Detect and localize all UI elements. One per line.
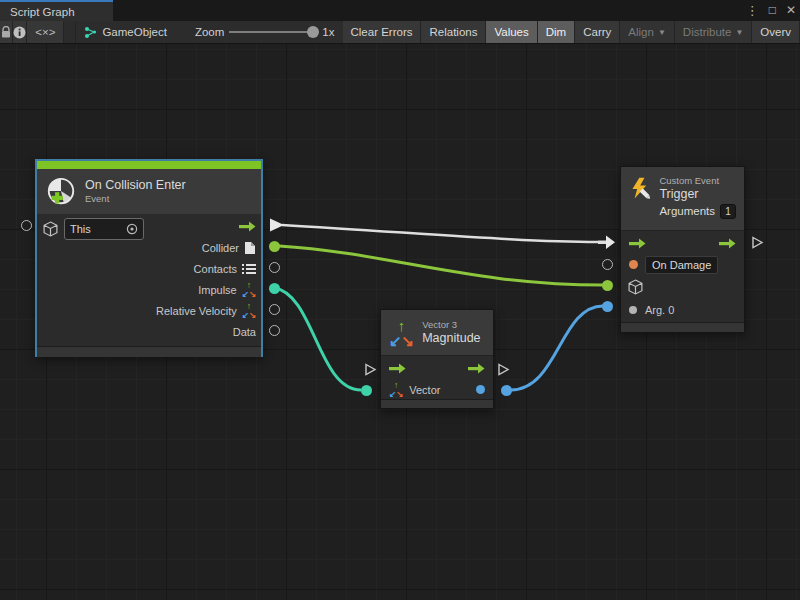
- carry-toggle[interactable]: Carry: [575, 21, 620, 43]
- zoom-label: Zoom: [195, 26, 224, 38]
- carry-label: Carry: [583, 26, 611, 38]
- event-icon: [45, 176, 77, 208]
- lock-button[interactable]: [0, 21, 13, 43]
- port-arg0-input-connected[interactable]: [602, 301, 613, 312]
- node-body: On Damage Arg. 0: [621, 230, 744, 322]
- node-footer: [37, 346, 261, 357]
- arguments-count-field[interactable]: 1: [720, 204, 736, 219]
- port-label: Collider: [202, 242, 239, 254]
- port-vector-input-connected[interactable]: [361, 385, 372, 396]
- graph-toolbar: <×> GameObject Zoom 1x Clear Errors Rela…: [0, 21, 800, 44]
- port-contacts-output[interactable]: [269, 262, 280, 273]
- overview-button[interactable]: Overv: [752, 21, 800, 43]
- node-header[interactable]: ↑↙↘ Vector 3 Magnitude: [381, 310, 493, 355]
- flow-arrow-icon: [629, 238, 646, 249]
- port-flow-input-connected[interactable]: [598, 235, 616, 250]
- align-dropdown[interactable]: Align ▼: [620, 21, 675, 43]
- gameobject-cube-icon: [628, 279, 643, 295]
- node-on-collision-enter[interactable]: On Collision Enter Event This Collider: [35, 159, 263, 357]
- port-label: Arg. 0: [645, 304, 674, 316]
- node-footer: [381, 399, 493, 408]
- port-flow-output[interactable]: [497, 363, 510, 376]
- wire-flow-trigger[interactable]: [282, 225, 598, 242]
- graph-target[interactable]: GameObject: [76, 21, 175, 43]
- port-data-output[interactable]: [269, 325, 280, 336]
- node-trigger-custom-event[interactable]: Custom Event Trigger Arguments 1 On Dama…: [620, 166, 745, 333]
- vector3-icon: ↑↙↘: [389, 318, 414, 348]
- node-footer: [621, 322, 744, 332]
- port-label: Vector: [409, 384, 440, 396]
- node-magnitude[interactable]: ↑↙↘ Vector 3 Magnitude ↑↙↘ Vector: [380, 309, 494, 409]
- gameobject-cube-icon: [43, 221, 58, 237]
- custom-event-icon: [629, 175, 651, 203]
- dim-toggle[interactable]: Dim: [538, 21, 575, 43]
- port-label: Impulse: [198, 284, 237, 296]
- wire-impulse-vector[interactable]: [274, 288, 361, 390]
- vector3-icon: ↑↙↘: [242, 302, 256, 319]
- vector3-icon: ↑↙↘: [242, 281, 256, 298]
- toolbar-divider: [64, 21, 76, 43]
- flow-row: [389, 358, 485, 379]
- port-row-collider: Collider: [202, 237, 256, 258]
- tab-bar: Script Graph ⋮ □ ✕: [0, 0, 800, 21]
- float-output-dot: [476, 385, 485, 394]
- info-button[interactable]: [13, 21, 27, 43]
- node-header[interactable]: Custom Event Trigger Arguments 1: [621, 167, 744, 230]
- node-header[interactable]: On Collision Enter Event: [37, 169, 261, 214]
- flow-arrow-icon: [389, 363, 406, 374]
- clear-errors-label: Clear Errors: [351, 26, 413, 38]
- window-controls: ⋮ □ ✕: [746, 0, 796, 21]
- port-collider-output[interactable]: [269, 241, 280, 252]
- info-icon: [13, 26, 26, 39]
- document-icon: [244, 241, 256, 255]
- gameobject-label: GameObject: [102, 26, 167, 38]
- values-label: Values: [494, 26, 528, 38]
- arg0-row: Arg. 0: [629, 299, 674, 320]
- generic-input-dot: [629, 306, 637, 314]
- port-this-input[interactable]: [21, 220, 32, 231]
- port-label: Contacts: [194, 263, 237, 275]
- zoom-slider-handle[interactable]: [307, 26, 319, 38]
- node-title: Trigger: [659, 187, 736, 202]
- port-impulse-output[interactable]: [269, 283, 280, 294]
- code-view-button[interactable]: <×>: [27, 21, 64, 43]
- port-target-input-connected[interactable]: [602, 280, 613, 291]
- relations-label: Relations: [429, 26, 477, 38]
- port-name-input[interactable]: [602, 259, 613, 270]
- port-flow-input[interactable]: [364, 363, 377, 376]
- zoom-slider[interactable]: [229, 31, 317, 33]
- wire-magnitude-arg0[interactable]: [511, 306, 603, 390]
- code-icon: <×>: [35, 26, 55, 38]
- arguments-label: Arguments: [659, 204, 715, 219]
- this-field[interactable]: This: [64, 218, 144, 240]
- port-row-impulse: Impulse ↑↙↘: [198, 279, 256, 300]
- values-toggle[interactable]: Values: [486, 21, 537, 43]
- distribute-dropdown[interactable]: Distribute ▼: [675, 21, 753, 43]
- wire-collider-target[interactable]: [279, 246, 603, 285]
- port-relative-velocity-output[interactable]: [269, 304, 280, 315]
- graph-canvas[interactable]: On Collision Enter Event This Collider: [0, 44, 800, 600]
- port-label: Data: [233, 326, 256, 338]
- list-icon: [242, 263, 256, 275]
- node-subtitle: Event: [85, 193, 186, 205]
- flow-arrow-icon: [468, 363, 485, 374]
- maximize-icon[interactable]: □: [769, 0, 776, 21]
- node-type-label: Vector 3: [422, 319, 480, 331]
- event-name-field[interactable]: On Damage: [645, 256, 718, 274]
- tab-script-graph[interactable]: Script Graph: [0, 0, 113, 21]
- relations-button[interactable]: Relations: [421, 21, 486, 43]
- port-row-relative-velocity: Relative Velocity ↑↙↘: [156, 300, 256, 321]
- object-picker-icon[interactable]: [126, 223, 138, 235]
- event-name-value: On Damage: [652, 259, 711, 271]
- port-magnitude-output-connected[interactable]: [501, 385, 512, 396]
- graph-icon: [84, 26, 97, 39]
- window-menu-icon[interactable]: ⋮: [746, 0, 759, 21]
- chevron-down-icon: ▼: [735, 28, 743, 37]
- clear-errors-button[interactable]: Clear Errors: [343, 21, 422, 43]
- close-icon[interactable]: ✕: [786, 0, 796, 21]
- unity-script-graph-window: Script Graph ⋮ □ ✕ <×> GameObject Zoom 1…: [0, 0, 800, 600]
- port-flow-output[interactable]: [751, 236, 764, 249]
- flow-row: [629, 233, 736, 254]
- flow-arrow-icon: [719, 238, 736, 249]
- port-flow-output-connected[interactable]: [269, 218, 285, 232]
